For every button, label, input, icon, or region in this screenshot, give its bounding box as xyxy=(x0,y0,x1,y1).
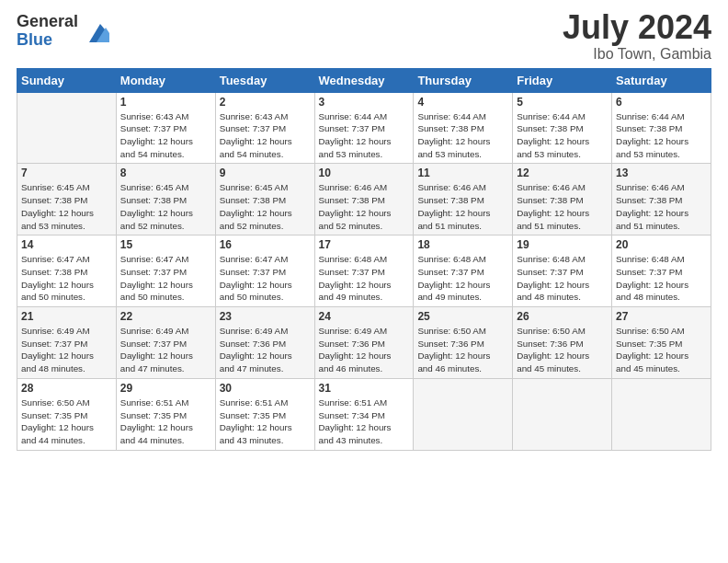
cell-info: Sunrise: 6:44 AM Sunset: 7:38 PM Dayligh… xyxy=(616,110,707,161)
calendar-cell: 18Sunrise: 6:48 AM Sunset: 7:37 PM Dayli… xyxy=(414,236,513,307)
calendar-cell: 28Sunrise: 6:50 AM Sunset: 7:35 PM Dayli… xyxy=(17,378,117,450)
location-title: Ibo Town, Gambia xyxy=(563,46,711,63)
weekday-header: Thursday xyxy=(414,68,513,92)
calendar-cell: 1Sunrise: 6:43 AM Sunset: 7:37 PM Daylig… xyxy=(116,92,215,164)
cell-info: Sunrise: 6:50 AM Sunset: 7:35 PM Dayligh… xyxy=(616,325,707,375)
cell-info: Sunrise: 6:50 AM Sunset: 7:36 PM Dayligh… xyxy=(517,325,608,375)
day-number: 20 xyxy=(616,238,707,251)
cell-info: Sunrise: 6:49 AM Sunset: 7:37 PM Dayligh… xyxy=(21,325,112,375)
calendar-cell: 14Sunrise: 6:47 AM Sunset: 7:38 PM Dayli… xyxy=(17,236,117,307)
cell-info: Sunrise: 6:46 AM Sunset: 7:38 PM Dayligh… xyxy=(319,181,410,232)
calendar-cell: 3Sunrise: 6:44 AM Sunset: 7:37 PM Daylig… xyxy=(314,92,414,164)
cell-info: Sunrise: 6:49 AM Sunset: 7:36 PM Dayligh… xyxy=(319,325,410,375)
calendar-cell: 21Sunrise: 6:49 AM Sunset: 7:37 PM Dayli… xyxy=(17,307,117,379)
cell-info: Sunrise: 6:44 AM Sunset: 7:38 PM Dayligh… xyxy=(417,110,508,161)
cell-info: Sunrise: 6:48 AM Sunset: 7:37 PM Dayligh… xyxy=(417,253,508,304)
cell-info: Sunrise: 6:44 AM Sunset: 7:37 PM Dayligh… xyxy=(319,110,410,161)
calendar-cell: 2Sunrise: 6:43 AM Sunset: 7:37 PM Daylig… xyxy=(215,92,314,164)
cell-info: Sunrise: 6:48 AM Sunset: 7:37 PM Dayligh… xyxy=(616,253,707,304)
day-number: 6 xyxy=(616,96,707,109)
calendar-table: SundayMondayTuesdayWednesdayThursdayFrid… xyxy=(17,68,711,451)
calendar-cell: 5Sunrise: 6:44 AM Sunset: 7:38 PM Daylig… xyxy=(513,92,612,164)
day-number: 19 xyxy=(517,238,608,251)
calendar-cell: 30Sunrise: 6:51 AM Sunset: 7:35 PM Dayli… xyxy=(215,378,314,450)
calendar-cell: 6Sunrise: 6:44 AM Sunset: 7:38 PM Daylig… xyxy=(612,92,711,164)
month-title: July 2024 xyxy=(563,9,711,46)
day-number: 15 xyxy=(120,238,211,251)
calendar-cell: 20Sunrise: 6:48 AM Sunset: 7:37 PM Dayli… xyxy=(612,236,711,307)
calendar-cell: 31Sunrise: 6:51 AM Sunset: 7:34 PM Dayli… xyxy=(314,378,414,450)
header-row: SundayMondayTuesdayWednesdayThursdayFrid… xyxy=(17,68,711,92)
day-number: 14 xyxy=(21,238,112,251)
header: General Blue July 2024 Ibo Town, Gambia xyxy=(17,9,711,63)
day-number: 26 xyxy=(517,310,608,323)
calendar-cell: 4Sunrise: 6:44 AM Sunset: 7:38 PM Daylig… xyxy=(414,92,513,164)
weekday-header: Sunday xyxy=(17,68,117,92)
day-number: 10 xyxy=(319,167,410,179)
day-number: 8 xyxy=(120,167,211,179)
day-number: 1 xyxy=(120,96,211,109)
day-number: 7 xyxy=(21,167,112,179)
calendar-cell: 19Sunrise: 6:48 AM Sunset: 7:37 PM Dayli… xyxy=(513,236,612,307)
cell-info: Sunrise: 6:47 AM Sunset: 7:38 PM Dayligh… xyxy=(21,253,112,304)
calendar-cell xyxy=(17,92,117,164)
logo-blue: Blue xyxy=(17,31,78,50)
calendar-cell: 12Sunrise: 6:46 AM Sunset: 7:38 PM Dayli… xyxy=(513,164,612,236)
day-number: 29 xyxy=(120,382,211,395)
cell-info: Sunrise: 6:45 AM Sunset: 7:38 PM Dayligh… xyxy=(21,181,112,232)
cell-info: Sunrise: 6:46 AM Sunset: 7:38 PM Dayligh… xyxy=(616,181,707,232)
day-number: 18 xyxy=(417,238,508,251)
cell-info: Sunrise: 6:51 AM Sunset: 7:35 PM Dayligh… xyxy=(220,396,311,447)
calendar-cell: 25Sunrise: 6:50 AM Sunset: 7:36 PM Dayli… xyxy=(414,307,513,379)
logo-text: General Blue xyxy=(17,13,78,50)
day-number: 3 xyxy=(319,96,410,109)
logo-icon xyxy=(80,17,109,46)
cell-info: Sunrise: 6:48 AM Sunset: 7:37 PM Dayligh… xyxy=(319,253,410,304)
cell-info: Sunrise: 6:47 AM Sunset: 7:37 PM Dayligh… xyxy=(220,253,311,304)
day-number: 13 xyxy=(616,167,707,179)
title-block: July 2024 Ibo Town, Gambia xyxy=(563,9,711,63)
calendar-cell: 9Sunrise: 6:45 AM Sunset: 7:38 PM Daylig… xyxy=(215,164,314,236)
day-number: 24 xyxy=(319,310,410,323)
calendar-week-row: 14Sunrise: 6:47 AM Sunset: 7:38 PM Dayli… xyxy=(17,236,711,307)
calendar-cell: 16Sunrise: 6:47 AM Sunset: 7:37 PM Dayli… xyxy=(215,236,314,307)
day-number: 12 xyxy=(517,167,608,179)
day-number: 17 xyxy=(319,238,410,251)
cell-info: Sunrise: 6:49 AM Sunset: 7:37 PM Dayligh… xyxy=(120,325,211,375)
weekday-header: Monday xyxy=(116,68,215,92)
calendar-cell: 27Sunrise: 6:50 AM Sunset: 7:35 PM Dayli… xyxy=(612,307,711,379)
day-number: 5 xyxy=(517,96,608,109)
calendar-week-row: 21Sunrise: 6:49 AM Sunset: 7:37 PM Dayli… xyxy=(17,307,711,379)
calendar-cell: 7Sunrise: 6:45 AM Sunset: 7:38 PM Daylig… xyxy=(17,164,117,236)
page: General Blue July 2024 Ibo Town, Gambia … xyxy=(0,0,728,563)
calendar-cell: 17Sunrise: 6:48 AM Sunset: 7:37 PM Dayli… xyxy=(314,236,414,307)
weekday-header: Friday xyxy=(513,68,612,92)
cell-info: Sunrise: 6:47 AM Sunset: 7:37 PM Dayligh… xyxy=(120,253,211,304)
weekday-header: Tuesday xyxy=(215,68,314,92)
logo-general: General xyxy=(17,13,78,31)
day-number: 11 xyxy=(417,167,508,179)
day-number: 4 xyxy=(417,96,508,109)
cell-info: Sunrise: 6:45 AM Sunset: 7:38 PM Dayligh… xyxy=(120,181,211,232)
day-number: 23 xyxy=(220,310,311,323)
calendar-week-row: 7Sunrise: 6:45 AM Sunset: 7:38 PM Daylig… xyxy=(17,164,711,236)
weekday-header: Wednesday xyxy=(314,68,414,92)
calendar-cell: 8Sunrise: 6:45 AM Sunset: 7:38 PM Daylig… xyxy=(116,164,215,236)
day-number: 2 xyxy=(220,96,311,109)
cell-info: Sunrise: 6:50 AM Sunset: 7:35 PM Dayligh… xyxy=(21,396,112,447)
calendar-cell: 11Sunrise: 6:46 AM Sunset: 7:38 PM Dayli… xyxy=(414,164,513,236)
cell-info: Sunrise: 6:48 AM Sunset: 7:37 PM Dayligh… xyxy=(517,253,608,304)
weekday-header: Saturday xyxy=(612,68,711,92)
day-number: 30 xyxy=(220,382,311,395)
calendar-cell: 13Sunrise: 6:46 AM Sunset: 7:38 PM Dayli… xyxy=(612,164,711,236)
day-number: 21 xyxy=(21,310,112,323)
calendar-week-row: 28Sunrise: 6:50 AM Sunset: 7:35 PM Dayli… xyxy=(17,378,711,450)
day-number: 9 xyxy=(220,167,311,179)
logo: General Blue xyxy=(17,13,109,50)
day-number: 25 xyxy=(417,310,508,323)
calendar-cell: 22Sunrise: 6:49 AM Sunset: 7:37 PM Dayli… xyxy=(116,307,215,379)
calendar-cell: 10Sunrise: 6:46 AM Sunset: 7:38 PM Dayli… xyxy=(314,164,414,236)
day-number: 22 xyxy=(120,310,211,323)
calendar-week-row: 1Sunrise: 6:43 AM Sunset: 7:37 PM Daylig… xyxy=(17,92,711,164)
calendar-cell: 23Sunrise: 6:49 AM Sunset: 7:36 PM Dayli… xyxy=(215,307,314,379)
